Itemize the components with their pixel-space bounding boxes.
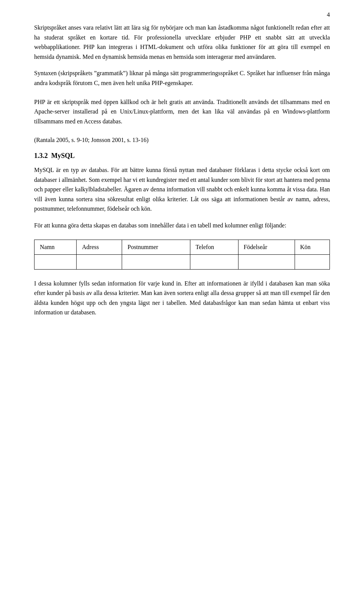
paragraph-mysql-1: MySQL är en typ av databas. För att bätt… [34, 165, 330, 214]
table-header-postnummer: Postnummer [122, 240, 190, 254]
paragraph-3: PHP är ett skriptspråk med öppen källkod… [34, 97, 330, 126]
section-title: MySQL [51, 152, 75, 159]
section-number: 1.3.2 [34, 152, 48, 159]
table-header-fodelseår: Födelseår [238, 240, 295, 254]
table-header-row: Namn Adress Postnummer Telefon Födelseår… [35, 240, 330, 254]
data-table: Namn Adress Postnummer Telefon Födelseår… [34, 240, 330, 270]
table-cell-empty-5 [238, 254, 295, 269]
table-cell-empty-2 [77, 254, 122, 269]
paragraph-1: Skriptspråket anses vara relativt lätt a… [34, 23, 330, 62]
table-header-namn: Namn [35, 240, 77, 254]
page: 4 Skriptspråket anses vara relativt lätt… [0, 0, 364, 590]
table-cell-empty-6 [295, 254, 329, 269]
table-header-kon: Kön [295, 240, 329, 254]
paragraph-mysql-3: I dessa kolumner fylls sedan information… [34, 279, 330, 317]
table-cell-empty-3 [122, 254, 190, 269]
paragraph-citation: (Rantala 2005, s. 9-10; Jonsson 2001, s.… [34, 135, 330, 145]
section-heading: 1.3.2 MySQL [34, 152, 330, 160]
table-header-telefon: Telefon [190, 240, 238, 254]
table-cell-empty-4 [190, 254, 238, 269]
table-header-adress: Adress [77, 240, 122, 254]
table-cell-empty-1 [35, 254, 77, 269]
paragraph-2: Syntaxen (skripspråkets ”grammatik”) lik… [34, 68, 330, 88]
table-empty-row [35, 254, 330, 269]
page-number: 4 [327, 11, 330, 18]
paragraph-mysql-2: För att kunna göra detta skapas en datab… [34, 221, 330, 230]
